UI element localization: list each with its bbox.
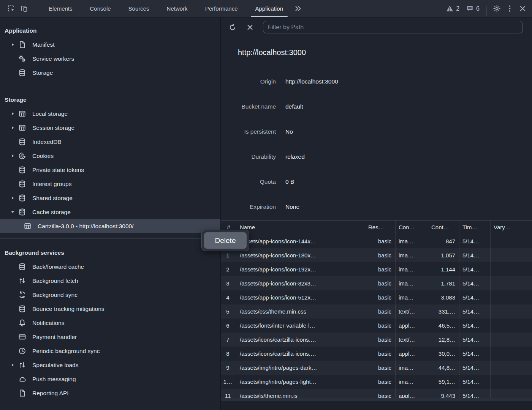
table-row[interactable]: 5/assets/css/theme.min.cssbasictext/…331… bbox=[221, 304, 532, 319]
sidebar-item-indexeddb[interactable]: IndexedDB bbox=[0, 135, 220, 149]
table-row[interactable]: 6/assets/fonts/inter-variable-l…basicapp… bbox=[221, 319, 532, 333]
tab-network[interactable]: Network bbox=[158, 0, 196, 17]
refresh-icon[interactable] bbox=[226, 21, 239, 33]
sidebar-item-session-storage[interactable]: Session storage bbox=[0, 121, 220, 135]
table-cell: appl… bbox=[396, 347, 428, 361]
table-row[interactable]: 9/assets/img/intro/pages-dark…basicima…4… bbox=[221, 361, 532, 375]
sidebar-item-storage[interactable]: Storage bbox=[0, 66, 220, 80]
filter-by-path-input[interactable] bbox=[263, 21, 523, 33]
sidebar-item-push-messaging[interactable]: Push messaging bbox=[0, 372, 220, 386]
database-icon bbox=[18, 69, 26, 77]
table-row[interactable]: 8/assets/icons/cartzilla-icons.…basicapp… bbox=[221, 347, 532, 361]
expander-right-icon[interactable] bbox=[10, 42, 18, 47]
column-header[interactable]: Cont… bbox=[428, 221, 459, 234]
sidebar-item-label: Back/forward cache bbox=[32, 263, 84, 270]
toolbar-divider bbox=[486, 6, 487, 16]
clear-filter-icon[interactable] bbox=[244, 21, 256, 33]
warnings-indicator[interactable]: 2 bbox=[446, 5, 459, 12]
table-cell: 1,144 bbox=[428, 262, 459, 276]
sidebar-item-cache-storage[interactable]: Cache storage bbox=[0, 205, 220, 219]
sidebar-item-speculative-loads[interactable]: Speculative loads bbox=[0, 358, 220, 372]
table-row[interactable]: 2/assets/app-icons/icon-192x…basicima…1,… bbox=[221, 262, 532, 276]
table-cell: 11 bbox=[221, 389, 235, 398]
table-cell: 5/14… bbox=[459, 276, 491, 290]
tab-elements[interactable]: Elements bbox=[40, 0, 81, 17]
bucket-details: Originhttp://localhost:3000Bucket namede… bbox=[221, 68, 532, 220]
column-header[interactable]: Tim… bbox=[459, 221, 491, 234]
expander-right-icon[interactable] bbox=[10, 363, 18, 367]
sidebar-item-payment-handler[interactable]: Payment handler bbox=[0, 330, 220, 344]
expander-right-icon[interactable] bbox=[10, 125, 18, 130]
tab-application[interactable]: Application bbox=[247, 0, 292, 17]
detail-label: Expiration bbox=[221, 203, 276, 210]
expander-right-icon[interactable] bbox=[10, 111, 18, 116]
detail-label: Durability bbox=[221, 153, 276, 160]
table-row[interactable]: 1/assets/app-icons/icon-180x…basicima…1,… bbox=[221, 248, 532, 262]
console-message-icon bbox=[466, 5, 473, 12]
table-row[interactable]: 4/assets/app-icons/icon-512x…basicima…3,… bbox=[221, 290, 532, 304]
tab-console[interactable]: Console bbox=[81, 0, 120, 17]
table-icon bbox=[18, 124, 26, 132]
sidebar-item-service-workers[interactable]: Service workers bbox=[0, 52, 220, 66]
table-row[interactable]: 11/assets/js/theme.min.jsbasicappl…9,443… bbox=[221, 389, 532, 398]
tab-sources[interactable]: Sources bbox=[120, 0, 158, 17]
horizontal-scrollbar[interactable] bbox=[221, 398, 532, 401]
sidebar-item-notifications[interactable]: Notifications bbox=[0, 316, 220, 330]
context-menu: Delete bbox=[201, 230, 249, 251]
table-cell: /assets/fonts/inter-variable-l… bbox=[235, 319, 365, 333]
inspect-element-icon[interactable] bbox=[5, 2, 17, 15]
sidebar-item-manifest[interactable]: Manifest bbox=[0, 38, 220, 52]
devtools-toolbar: ElementsConsoleSourcesNetworkPerformance… bbox=[0, 0, 532, 17]
database-icon bbox=[18, 138, 26, 146]
column-header[interactable]: Vary… bbox=[491, 221, 532, 234]
column-header[interactable]: Con… bbox=[396, 221, 428, 234]
expander-right-icon[interactable] bbox=[10, 196, 18, 200]
context-menu-delete[interactable]: Delete bbox=[204, 232, 247, 249]
detail-row: Quota0 B bbox=[221, 169, 532, 194]
table-row[interactable]: 0/assets/app-icons/icon-144x…basicima…84… bbox=[221, 234, 532, 248]
sidebar-item-shared-storage[interactable]: Shared storage bbox=[0, 191, 220, 205]
sidebar-item-cookies[interactable]: Cookies bbox=[0, 149, 220, 163]
sidebar-item-label: Bounce tracking mitigations bbox=[32, 306, 104, 312]
sidebar-item-bounce-tracking-mitigations[interactable]: Bounce tracking mitigations bbox=[0, 302, 220, 316]
more-tabs-icon[interactable] bbox=[292, 2, 305, 15]
table-cell bbox=[491, 347, 532, 361]
sidebar-item-interest-groups[interactable]: Interest groups bbox=[0, 177, 220, 191]
sidebar-item-background-sync[interactable]: Background sync bbox=[0, 288, 220, 302]
table-cell: /assets/app-icons/icon-192x… bbox=[235, 262, 365, 276]
settings-gear-icon[interactable] bbox=[490, 2, 503, 15]
expander-down-icon[interactable] bbox=[10, 210, 18, 214]
table-cell: /assets/app-icons/icon-512x… bbox=[235, 290, 365, 304]
sidebar-item-cartzilla-3-0-0-http-localhost-3000[interactable]: Cartzilla-3.0.0 - http://localhost:3000/ bbox=[0, 219, 220, 233]
sidebar-item-reporting-api[interactable]: Reporting API bbox=[0, 386, 220, 400]
table-cell: /assets/app-icons/icon-180x… bbox=[235, 248, 365, 262]
expander-right-icon[interactable] bbox=[10, 153, 18, 158]
table-row[interactable]: 1…/assets/img/intro/pages-light…basicima… bbox=[221, 375, 532, 389]
more-options-icon[interactable] bbox=[503, 2, 516, 15]
sidebar-item-private-state-tokens[interactable]: Private state tokens bbox=[0, 163, 220, 177]
column-header[interactable]: Name bbox=[235, 221, 365, 234]
sidebar-item-periodic-background-sync[interactable]: Periodic background sync bbox=[0, 344, 220, 358]
sidebar-item-label: Service workers bbox=[32, 55, 74, 62]
table-row[interactable]: 7/assets/icons/cartzilla-icons.…basictex… bbox=[221, 333, 532, 347]
messages-indicator[interactable]: 6 bbox=[466, 5, 480, 12]
sidebar-item-background-fetch[interactable]: Background fetch bbox=[0, 274, 220, 288]
table-cell: /assets/icons/cartzilla-icons.… bbox=[235, 333, 365, 347]
table-cell: 5/14… bbox=[459, 333, 491, 347]
sidebar-item-label: Session storage bbox=[32, 125, 74, 131]
table-cell bbox=[491, 248, 532, 262]
table-cell bbox=[491, 319, 532, 333]
close-devtools-icon[interactable] bbox=[516, 2, 529, 15]
device-toolbar-icon[interactable] bbox=[17, 2, 30, 15]
table-cell: 3 bbox=[221, 276, 235, 290]
table-cell: basic bbox=[365, 290, 396, 304]
table-cell bbox=[491, 262, 532, 276]
column-header[interactable]: Res… bbox=[365, 221, 396, 234]
tab-performance[interactable]: Performance bbox=[196, 0, 247, 17]
preview-pane bbox=[221, 401, 532, 410]
sidebar-item-back-forward-cache[interactable]: Back/forward cache bbox=[0, 260, 220, 274]
table-cell: 9,443 bbox=[428, 389, 459, 398]
sidebar-item-local-storage[interactable]: Local storage bbox=[0, 107, 220, 121]
table-cell: /assets/app-icons/icon-144x… bbox=[235, 234, 365, 248]
table-row[interactable]: 3/assets/app-icons/icon-32x3…basicima…1,… bbox=[221, 276, 532, 290]
